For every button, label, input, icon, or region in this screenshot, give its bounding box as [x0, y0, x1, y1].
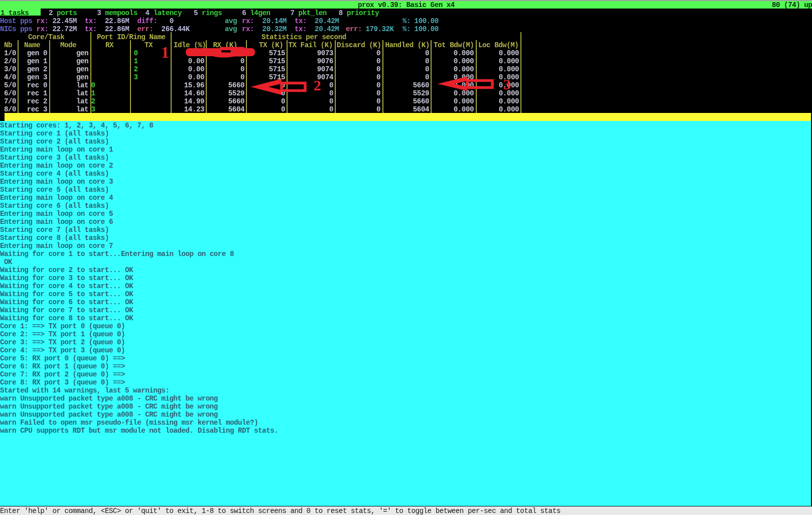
svg-text:2: 2 — [314, 77, 321, 93]
svg-text:3: 3 — [503, 76, 511, 92]
svg-text:1: 1 — [161, 43, 169, 61]
